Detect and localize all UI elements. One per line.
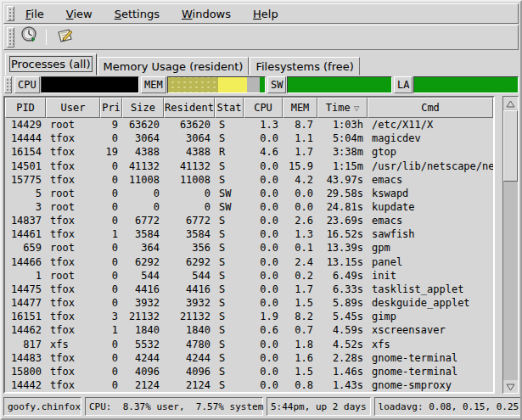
vertical-scrollbar[interactable]: [502, 96, 519, 394]
table-row[interactable]: 16151tfox32113221132S1.98.25.45sgimp: [5, 310, 493, 323]
cell-user: root: [46, 242, 100, 254]
monitor-label-sw[interactable]: SW: [267, 76, 286, 93]
edit-notepad-button[interactable]: [52, 26, 77, 48]
cell-stat: R: [215, 146, 244, 158]
table-row[interactable]: 14501tfox04113241132S0.015.91:15m/usr/li…: [5, 159, 493, 172]
cell-time: 13.39s: [317, 242, 368, 254]
column-header-user[interactable]: User: [46, 98, 100, 118]
table-row[interactable]: 16154tfox1943884388R4.61.73:38mgtop: [5, 145, 493, 159]
monitor-graph-la: [413, 76, 519, 93]
cell-user: root: [46, 201, 100, 213]
cell-size: 4388: [122, 146, 164, 158]
menu-item-help[interactable]: Help: [244, 6, 287, 22]
column-header-cpu[interactable]: CPU: [244, 98, 283, 118]
cell-cmd: magicdev: [368, 132, 493, 144]
table-row[interactable]: 817xfs055324780S0.01.84.52sxfs: [5, 338, 493, 351]
cell-pri: 0: [100, 352, 122, 364]
cell-cmd: gnome-smproxy: [368, 379, 493, 391]
monitor-cpu: CPU: [14, 76, 139, 94]
table-row[interactable]: 14442tfox021242124S0.00.81.43sgnome-smpr…: [5, 378, 493, 392]
cell-cpu: 0.0: [244, 174, 283, 186]
scroll-up-button[interactable]: [503, 97, 518, 109]
graph-segment: [260, 77, 265, 92]
graph-segment: [414, 77, 518, 92]
column-header-pid[interactable]: PID: [5, 98, 46, 118]
scrollbar-thumb[interactable]: [503, 110, 518, 182]
column-header-size[interactable]: Size: [122, 98, 164, 118]
scrollbar-trough[interactable]: [503, 109, 518, 380]
cell-pri: 0: [100, 174, 122, 186]
cell-pri: 0: [100, 339, 122, 350]
table-row[interactable]: 14466tfox062926292S0.02.413.15spanel: [5, 255, 493, 269]
cell-pri: 0: [100, 160, 122, 172]
graph-segment: [168, 77, 218, 92]
status-bar: goofy.chinfox CPU: 8.37% user, 7.57% sys…: [3, 396, 519, 417]
cell-cpu: 0.0: [244, 215, 283, 227]
cell-time: 1:03h: [317, 119, 368, 131]
table-row[interactable]: 3root000SW0.00.024.81skupdate: [5, 200, 493, 214]
tab-filesystems-free[interactable]: Filesystems (free): [250, 57, 359, 76]
table-row[interactable]: 14429root96362063620S1.38.71:03h/etc/X11…: [5, 118, 493, 132]
monitor-label-mem[interactable]: MEM: [141, 76, 166, 93]
cell-stat: S: [215, 352, 244, 364]
menu-item-windows[interactable]: Windows: [173, 6, 239, 22]
cell-size: 11008: [122, 174, 164, 186]
cell-time: 1:15m: [317, 160, 368, 172]
table-row[interactable]: 14837tfox067726772S0.02.623.69semacs: [5, 214, 493, 227]
cell-stat: S: [215, 324, 244, 336]
table-row[interactable]: 15775tfox01100811008S0.04.243.97semacs: [5, 173, 493, 187]
cell-stat: S: [215, 174, 244, 186]
menu-item-settings[interactable]: Settings: [106, 6, 168, 22]
cell-mem: 0.8: [283, 379, 317, 391]
monitor-label-la[interactable]: LA: [394, 76, 413, 93]
tab-memory-usage-resident[interactable]: Memory Usage (resident): [98, 57, 250, 76]
monitor-sw: SW: [267, 76, 392, 94]
column-header-cmd[interactable]: Cmd: [368, 98, 493, 118]
column-header-time[interactable]: Time▽: [317, 98, 368, 118]
column-header-pri[interactable]: Pri: [100, 98, 122, 118]
cell-time: 24.81s: [317, 201, 368, 213]
cell-time: 23.69s: [317, 215, 368, 227]
toolbar-grip-handle[interactable]: [7, 27, 14, 48]
column-header-resident[interactable]: Resident: [164, 98, 215, 118]
cell-cmd: gpm: [368, 242, 493, 254]
table-row[interactable]: 14462tfox118401840S0.60.74.59sxscreensav…: [5, 323, 493, 337]
cell-pid: 14429: [5, 119, 46, 131]
loadavg-text: loadavg: 0.08, 0.15, 0.25: [379, 401, 519, 412]
cell-pid: 14444: [5, 132, 46, 144]
table-row[interactable]: 15800tfox040964096S0.01.51.46sgnome-term…: [5, 365, 493, 378]
table-row[interactable]: 1root0544544S0.00.26.49sinit: [5, 269, 493, 283]
cell-user: root: [46, 119, 100, 131]
menu-item-view[interactable]: View: [58, 6, 101, 22]
table-row[interactable]: 659root0364356S0.00.113.39sgpm: [5, 241, 493, 255]
clock-run-button[interactable]: [17, 26, 42, 48]
scroll-down-button[interactable]: [503, 380, 518, 393]
table-row[interactable]: 5root000SW0.00.029.58skswapd: [5, 187, 493, 200]
table-row[interactable]: 14477tfox039323932S0.01.55.89sdeskguide_…: [5, 296, 493, 310]
cell-cpu: 0.0: [244, 242, 283, 254]
cell-pid: 659: [5, 242, 46, 254]
cell-stat: S: [215, 379, 244, 391]
monitor-grip-handle[interactable]: [4, 76, 12, 93]
cell-mem: 2.6: [283, 215, 317, 227]
table-header-row: PIDUserPriSizeResidentStatCPUMEMTime▽Cmd: [5, 98, 493, 118]
column-header-mem[interactable]: MEM: [283, 98, 317, 118]
monitor-label-cpu[interactable]: CPU: [14, 76, 40, 93]
table-row[interactable]: 14444tfox030643064S0.01.15:04mmagicdev: [5, 132, 493, 145]
cell-time: 5.89s: [317, 297, 368, 309]
tab-processes-all[interactable]: Processes (all): [5, 53, 97, 76]
cell-size: 63620: [122, 119, 164, 131]
column-header-stat[interactable]: Stat: [215, 98, 244, 118]
cell-size: 364: [122, 242, 164, 254]
cell-pid: 817: [5, 339, 46, 350]
cell-resident: 63620: [164, 119, 215, 131]
table-row[interactable]: 14475tfox044164416S0.01.76.33stasklist_a…: [5, 283, 493, 296]
menubar-grip-handle[interactable]: [7, 6, 14, 21]
cell-size: 4416: [122, 283, 164, 295]
cell-resident: 4416: [164, 283, 215, 295]
table-row[interactable]: 14483tfox042444244S0.01.62.28sgnome-term…: [5, 351, 493, 365]
table-row[interactable]: 14461tfox135843584S0.01.316.52ssawfish: [5, 227, 493, 241]
cell-time: 16.52s: [317, 228, 368, 240]
menu-item-file[interactable]: File: [17, 6, 53, 22]
uptime-text: 5:44pm, up 2 days: [271, 401, 367, 412]
